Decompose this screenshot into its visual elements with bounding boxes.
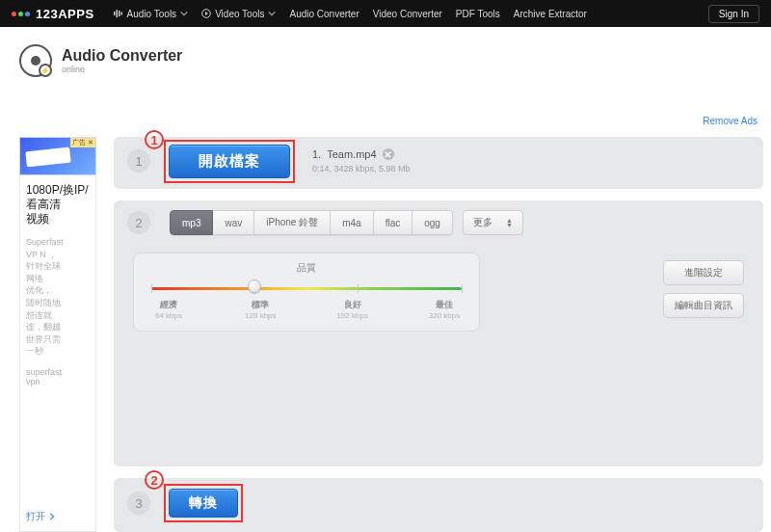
file-name: Team.mp4 bbox=[327, 146, 376, 163]
edit-track-info-button[interactable]: 編輯曲目資訊 bbox=[663, 293, 744, 318]
nav-video-converter[interactable]: Video Converter bbox=[373, 9, 442, 19]
file-info: 1. Team.mp4 0:14, 3428 kbps, 5.98 Mb bbox=[312, 146, 411, 175]
steps-column: 1 1 開啟檔案 1. Team.mp4 0:14, 3428 kbps, 5.… bbox=[114, 137, 763, 532]
nav-label: Video Tools bbox=[215, 9, 264, 19]
chevron-right-icon bbox=[48, 513, 56, 520]
step-2-panel: 2 mp3 wav iPhone 鈴聲 m4a flac ogg 更多 ▲▼ bbox=[114, 200, 763, 466]
top-nav: Audio Tools Video Tools Audio Converter … bbox=[114, 9, 587, 19]
sidebar-ad: 广告 ✕ 1080P/换IP/看高清 视频 Superfast VP N ， 针… bbox=[19, 137, 96, 532]
close-icon bbox=[385, 151, 391, 158]
highlight-box-2: 轉換 bbox=[164, 484, 243, 522]
nav-label: Video Converter bbox=[373, 9, 442, 19]
convert-button[interactable]: 轉換 bbox=[169, 489, 238, 518]
quality-labels: 經濟64 kbps 標準128 kbps 良好192 kbps 最佳320 kb… bbox=[149, 300, 464, 321]
ad-body[interactable]: 1080P/换IP/看高清 视频 Superfast VP N ， 针对全球 网… bbox=[19, 175, 96, 532]
chevron-down-icon bbox=[268, 10, 276, 17]
audio-bars-icon bbox=[114, 9, 123, 18]
nav-audio-converter[interactable]: Audio Converter bbox=[289, 9, 359, 19]
play-icon bbox=[201, 9, 211, 18]
quality-title: 品質 bbox=[149, 261, 464, 275]
annotation-badge-2: 2 bbox=[145, 470, 164, 490]
file-metadata: 0:14, 3428 kbps, 5.98 Mb bbox=[312, 163, 411, 176]
slider-track bbox=[151, 287, 462, 290]
format-m4a[interactable]: m4a bbox=[331, 210, 373, 235]
quality-stop-standard: 標準128 kbps bbox=[241, 300, 279, 321]
nav-label: PDF Tools bbox=[456, 9, 500, 19]
advanced-settings-button[interactable]: 進階設定 bbox=[663, 260, 744, 285]
ad-open-link[interactable]: 打开 bbox=[26, 498, 90, 523]
app-record-icon: ⚡ bbox=[19, 44, 52, 77]
nav-label: Archive Extractor bbox=[514, 9, 587, 19]
file-index: 1. bbox=[312, 146, 321, 163]
ad-banner-image[interactable]: 广告 ✕ bbox=[19, 137, 96, 175]
logo-text: 123APPS bbox=[36, 7, 94, 21]
ad-link-label: 打开 bbox=[26, 510, 45, 523]
quality-stop-good: 良好192 kbps bbox=[333, 300, 372, 321]
more-label: 更多 bbox=[473, 216, 492, 229]
updown-icon: ▲▼ bbox=[506, 218, 513, 227]
step-1-panel: 1 1 開啟檔案 1. Team.mp4 0:14, 3428 kbps, 5.… bbox=[114, 137, 763, 189]
open-file-button[interactable]: 開啟檔案 bbox=[169, 145, 290, 178]
annotation-badge-1: 1 bbox=[145, 130, 164, 149]
nav-pdf-tools[interactable]: PDF Tools bbox=[456, 9, 500, 19]
step-number-1: 1 bbox=[127, 149, 150, 173]
slider-knob[interactable] bbox=[248, 279, 261, 293]
site-logo[interactable]: 123APPS bbox=[12, 7, 94, 21]
format-flac[interactable]: flac bbox=[374, 210, 413, 235]
step-3-panel: 2 3 轉換 bbox=[114, 478, 763, 532]
app-header: 123APPS Audio Tools Video Tools Audio Co… bbox=[0, 0, 771, 27]
page-header-zone: ⚡ Audio Converter online bbox=[0, 27, 771, 77]
quality-block: 品質 經濟64 kbps 標準128 kbps 良好192 kbps 最佳320… bbox=[133, 253, 480, 332]
svg-rect-1 bbox=[116, 10, 118, 17]
quality-slider[interactable] bbox=[151, 282, 462, 294]
nav-audio-tools[interactable]: Audio Tools bbox=[114, 9, 189, 19]
nav-archive-extractor[interactable]: Archive Extractor bbox=[514, 9, 587, 19]
quality-stop-economy: 經濟64 kbps bbox=[149, 300, 188, 321]
svg-rect-0 bbox=[114, 12, 116, 15]
format-wav[interactable]: wav bbox=[213, 210, 254, 235]
lightning-badge-icon: ⚡ bbox=[39, 64, 52, 77]
remove-file-button[interactable] bbox=[383, 148, 394, 160]
page-title: Audio Converter bbox=[62, 47, 182, 65]
chevron-down-icon bbox=[180, 10, 188, 17]
nav-label: Audio Tools bbox=[127, 9, 177, 19]
format-mp3[interactable]: mp3 bbox=[170, 210, 213, 235]
ad-description: Superfast VP N ， 针对全球 网络 优化， 随时随地 想连就 连，… bbox=[26, 236, 90, 358]
main-content: 广告 ✕ 1080P/换IP/看高清 视频 Superfast VP N ， 针… bbox=[19, 137, 763, 532]
quality-stop-best: 最佳320 kbps bbox=[425, 300, 464, 321]
step-number-2: 2 bbox=[127, 211, 150, 234]
logo-dots-icon bbox=[12, 12, 30, 16]
format-more-dropdown[interactable]: 更多 ▲▼ bbox=[463, 210, 523, 235]
svg-rect-3 bbox=[120, 13, 122, 15]
remove-ads-link[interactable]: Remove Ads bbox=[703, 116, 758, 126]
ad-title: 1080P/换IP/看高清 视频 bbox=[26, 183, 90, 226]
page-subtitle: online bbox=[62, 65, 182, 74]
nav-label: Audio Converter bbox=[289, 9, 359, 19]
format-segmented-control: mp3 wav iPhone 鈴聲 m4a flac ogg bbox=[170, 210, 453, 235]
step-number-3: 3 bbox=[127, 492, 150, 515]
nav-video-tools[interactable]: Video Tools bbox=[201, 9, 276, 19]
svg-rect-2 bbox=[119, 11, 120, 16]
format-ogg[interactable]: ogg bbox=[412, 210, 453, 235]
signin-button[interactable]: Sign In bbox=[708, 5, 759, 23]
highlight-box-1: 開啟檔案 bbox=[164, 140, 295, 183]
ad-brand: superfast vpn bbox=[26, 367, 90, 386]
ad-tag[interactable]: 广告 ✕ bbox=[70, 138, 95, 147]
format-iphone-ringtone[interactable]: iPhone 鈴聲 bbox=[254, 210, 331, 235]
